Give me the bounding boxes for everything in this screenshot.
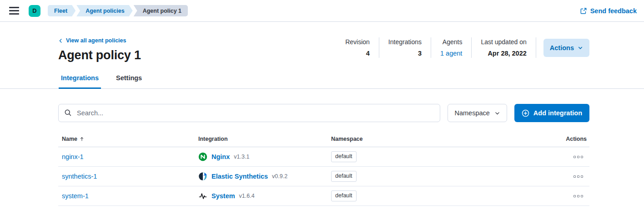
plus-circle-icon [522, 109, 529, 117]
integration-version: v0.9.2 [272, 173, 287, 180]
page-title: Agent policy 1 [58, 48, 141, 62]
search-box [58, 104, 440, 122]
tab-settings[interactable]: Settings [114, 73, 144, 89]
top-navigation-bar: D Fleet Agent policies Agent policy 1 Se… [0, 0, 644, 22]
boxes-horizontal-icon[interactable] [572, 193, 585, 199]
column-header-actions: Actions [548, 136, 589, 142]
add-integration-button[interactable]: Add integration [514, 104, 589, 122]
send-feedback-label: Send feedback [590, 7, 637, 15]
policy-name-link[interactable]: system-1 [62, 192, 89, 200]
avatar[interactable]: D [29, 5, 40, 17]
hamburger-menu-icon[interactable] [7, 4, 22, 18]
system-logo-icon [198, 191, 207, 200]
stat-revision-value: 4 [345, 50, 370, 57]
send-feedback-link[interactable]: Send feedback [580, 7, 637, 15]
integration-link[interactable]: Elastic Synthetics [211, 173, 268, 180]
breadcrumb-fleet[interactable]: Fleet [48, 5, 75, 16]
namespace-filter-label: Namespace [454, 109, 489, 117]
policy-stats: Revision 4 Integrations 3 Agents 1 agent… [336, 37, 536, 58]
namespace-badge: default [331, 190, 357, 202]
namespace-badge: default [331, 171, 357, 182]
actions-button[interactable]: Actions [543, 39, 589, 57]
tab-integrations[interactable]: Integrations [59, 73, 101, 89]
namespace-filter-button[interactable]: Namespace [448, 104, 507, 122]
stat-integrations-value: 3 [388, 50, 422, 57]
breadcrumb: Fleet Agent policies Agent policy 1 [48, 5, 188, 16]
stat-revision: Revision 4 [336, 37, 379, 58]
stat-last-updated-value: Apr 28, 2022 [481, 50, 526, 57]
actions-button-label: Actions [550, 44, 574, 51]
search-input[interactable] [58, 104, 440, 122]
search-icon [64, 109, 72, 117]
add-integration-label: Add integration [533, 109, 582, 117]
namespace-badge: default [331, 151, 357, 163]
integrations-toolbar: Namespace Add integration [58, 104, 589, 122]
stat-integrations: Integrations 3 [379, 37, 431, 58]
boxes-horizontal-icon[interactable] [572, 154, 585, 160]
nginx-logo-icon [198, 152, 207, 161]
stat-agents-label: Agents [440, 38, 462, 46]
policy-tabs: Integrations Settings [0, 73, 644, 89]
chevron-down-icon [494, 110, 500, 116]
policy-name-link[interactable]: nginx-1 [62, 153, 84, 160]
table-header-row: Name Integration Namespace Actions [58, 133, 589, 147]
table-row: system-1 System v1.6.4 default [58, 186, 589, 206]
stat-last-updated: Last updated on Apr 28, 2022 [472, 37, 536, 58]
breadcrumb-agent-policies[interactable]: Agent policies [76, 5, 132, 16]
elastic-synthetics-logo-icon [198, 172, 207, 181]
chevron-left-icon [58, 38, 63, 43]
boxes-horizontal-icon[interactable] [572, 174, 585, 180]
stat-last-updated-label: Last updated on [481, 38, 526, 46]
policy-header-left: View all agent policies Agent policy 1 [58, 37, 141, 62]
column-header-namespace: Namespace [327, 136, 548, 142]
column-header-name[interactable]: Name [58, 136, 195, 142]
policy-header: View all agent policies Agent policy 1 R… [58, 37, 589, 62]
table-row: synthetics-1 Elastic Synthetics v0.9.2 d… [58, 167, 589, 186]
view-all-policies-link[interactable]: View all agent policies [58, 37, 141, 44]
policy-header-right: Revision 4 Integrations 3 Agents 1 agent… [336, 37, 589, 58]
stat-agents-value-link[interactable]: 1 agent [440, 50, 462, 57]
stat-agents: Agents 1 agent [431, 37, 472, 58]
integration-link[interactable]: Nginx [211, 153, 230, 160]
sort-up-icon [79, 136, 85, 142]
column-header-name-label: Name [62, 136, 77, 142]
integration-version: v1.3.1 [234, 154, 249, 160]
integration-version: v1.6.4 [239, 193, 255, 199]
stat-integrations-label: Integrations [388, 38, 422, 46]
view-all-policies-label: View all agent policies [66, 37, 126, 44]
column-header-integration: Integration [195, 136, 327, 142]
policy-name-link[interactable]: synthetics-1 [62, 173, 97, 180]
popout-icon [580, 7, 587, 15]
stat-revision-label: Revision [345, 38, 370, 46]
chevron-down-icon [578, 45, 583, 51]
integration-link[interactable]: System [211, 192, 235, 200]
breadcrumb-agent-policy-1: Agent policy 1 [134, 5, 188, 16]
table-row: nginx-1 Nginx v1.3.1 default [58, 147, 589, 167]
integrations-table: Name Integration Namespace Actions nginx… [58, 133, 589, 206]
